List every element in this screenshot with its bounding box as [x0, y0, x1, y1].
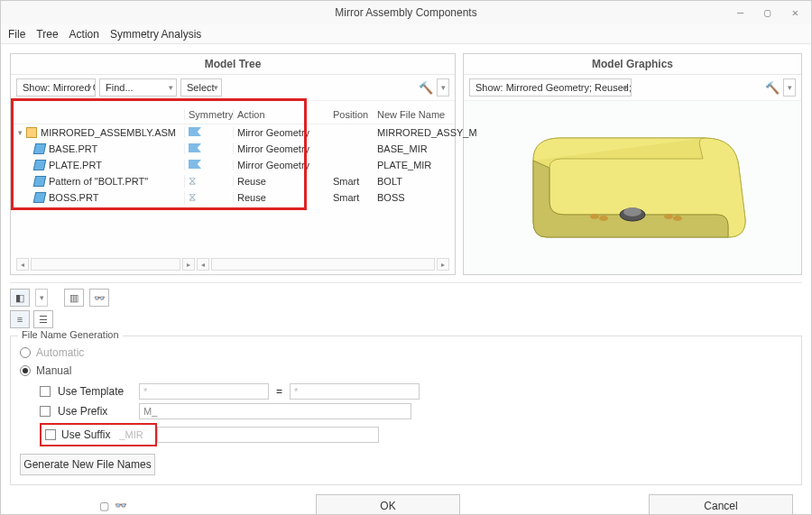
find-combo[interactable]: Find... [99, 78, 177, 97]
model-graphics-title: Model Graphics [464, 54, 801, 75]
template-right-input[interactable] [290, 383, 420, 400]
tree-body: Symmetry Action Position New File Name ▾… [11, 101, 455, 254]
model-3d-icon [497, 115, 768, 260]
svg-point-2 [590, 214, 599, 219]
tree-row[interactable]: BASE.PRT Mirror Geometry BASE_MIR [11, 141, 455, 157]
menu-bar: File Tree Action Symmetry Analysis [1, 24, 811, 44]
position-cell: Smart [328, 175, 374, 188]
equals-label: = [276, 385, 282, 398]
footer-glasses-icon[interactable]: 👓 [115, 500, 127, 512]
cancel-button[interactable]: Cancel [649, 494, 793, 515]
checkbox-use-suffix[interactable] [45, 429, 56, 440]
settings-dropdown[interactable] [437, 78, 449, 97]
use-prefix-row: Use Prefix [20, 403, 792, 419]
layout-dropdown[interactable] [35, 289, 48, 307]
assembly-icon [26, 127, 37, 138]
radio-automatic: Automatic [20, 344, 792, 362]
fng-legend: File Name Generation [18, 329, 123, 340]
footer-cube-icon[interactable]: ▢ [99, 500, 109, 512]
tree-scrollbar[interactable]: ◂ ▸ ◂ ▸ [11, 254, 455, 274]
flag-icon [189, 127, 201, 136]
svg-point-3 [599, 216, 608, 221]
newfile-cell[interactable]: BASE_MIR [374, 143, 455, 154]
settings-hammer-icon[interactable]: 🔨 [765, 80, 780, 95]
flag-icon [189, 143, 201, 152]
scroll-left-icon[interactable]: ◂ [16, 258, 29, 271]
newfile-cell[interactable]: MIRRORED_ASSY_M [374, 127, 455, 138]
view-cube-icon[interactable]: ▥ [64, 289, 84, 307]
node-name: BASE.PRT [49, 143, 97, 154]
action-cell[interactable]: Mirror Geometry [233, 160, 328, 170]
radio-manual[interactable]: Manual [20, 362, 792, 380]
part-icon [33, 160, 47, 170]
action-cell[interactable]: Reuse [233, 176, 328, 187]
part-icon [33, 176, 47, 187]
part-icon [33, 143, 47, 154]
use-template-row: Use Template = [20, 383, 792, 400]
graphics-viewport[interactable] [464, 101, 801, 274]
action-cell[interactable]: Mirror Geometry [233, 143, 328, 154]
list-mode-toolbar: ≡ ☰ [1, 307, 811, 328]
show-filter-combo[interactable]: Show: Mirrored Ge [16, 78, 96, 97]
scroll-right-icon[interactable]: ▸ [437, 258, 449, 271]
model-tree-toolbar: Show: Mirrored Ge Find... Select 🔨 [11, 75, 455, 101]
flag-icon [189, 160, 201, 169]
suffix-input-preview[interactable] [115, 427, 152, 443]
scroll-left-icon[interactable]: ◂ [197, 258, 209, 271]
triangle-collapse-icon[interactable]: ▾ [18, 128, 23, 137]
model-graphics-panel: Model Graphics Show: Mirrored Geometry; … [463, 53, 802, 275]
radio-icon[interactable] [20, 365, 31, 376]
position-cell [328, 132, 374, 133]
scroll-right-icon[interactable]: ▸ [182, 258, 195, 271]
tree-headers: Symmetry Action Position New File Name [11, 105, 455, 124]
settings-hammer-icon[interactable]: 🔨 [419, 80, 433, 95]
model-tree-title: Model Tree [11, 54, 455, 75]
divider [10, 282, 802, 283]
newfile-cell[interactable]: BOSS [374, 192, 455, 203]
radio-icon [20, 347, 31, 358]
scrollbar-track[interactable] [31, 258, 180, 271]
list-sparse-icon[interactable]: ☰ [33, 310, 53, 328]
use-prefix-label: Use Prefix [58, 405, 132, 418]
template-left-input[interactable] [139, 383, 269, 400]
prefix-input[interactable] [139, 403, 411, 419]
glasses-icon[interactable]: 👓 [89, 289, 109, 307]
scrollbar-track[interactable] [211, 258, 435, 271]
header-position[interactable]: Position [328, 108, 374, 121]
node-name: BOSS.PRT [49, 192, 98, 203]
list-dense-icon[interactable]: ≡ [10, 310, 30, 328]
ok-button[interactable]: OK [316, 494, 460, 515]
newfile-cell[interactable]: BOLT [374, 176, 455, 187]
radio-label: Automatic [36, 346, 84, 359]
action-cell[interactable]: Mirror Geometry [233, 127, 328, 138]
tree-row[interactable]: ▾MIRRORED_ASSEMBLY.ASM Mirror Geometry M… [11, 124, 455, 141]
header-newfile[interactable]: New File Name [374, 109, 455, 120]
file-name-generation-group: File Name Generation Automatic Manual Us… [10, 336, 802, 485]
graphics-show-combo[interactable]: Show: Mirrored Geometry; Reused; [469, 78, 632, 97]
tree-row[interactable]: Pattern of "BOLT.PRT" ⧖ Reuse Smart BOLT [11, 173, 455, 189]
highlight-annotation-2: Use Suffix [40, 423, 157, 446]
title-bar: Mirror Assembly Components — ▢ ✕ [1, 1, 811, 24]
layout-split-button[interactable]: ◧ [10, 289, 30, 307]
generate-new-file-names-button[interactable]: Generate New File Names [20, 454, 155, 475]
newfile-cell[interactable]: PLATE_MIR [374, 160, 455, 170]
position-cell [328, 164, 374, 166]
menu-symmetry-analysis[interactable]: Symmetry Analysis [110, 28, 201, 41]
action-cell[interactable]: Reuse [233, 192, 328, 203]
header-action[interactable]: Action [233, 109, 328, 120]
tree-row[interactable]: BOSS.PRT ⧖ Reuse Smart BOSS [11, 189, 455, 206]
hourglass-icon: ⧖ [189, 191, 198, 204]
header-symmetry[interactable]: Symmetry [184, 109, 233, 120]
checkbox-use-prefix[interactable] [40, 406, 51, 417]
select-combo[interactable]: Select [180, 78, 222, 97]
settings-dropdown[interactable] [783, 78, 796, 97]
tree-row[interactable]: PLATE.PRT Mirror Geometry PLATE_MIR [11, 157, 455, 173]
menu-action[interactable]: Action [69, 28, 99, 41]
suffix-input[interactable] [157, 427, 379, 443]
menu-file[interactable]: File [8, 28, 25, 41]
node-name: MIRRORED_ASSEMBLY.ASM [41, 127, 176, 138]
checkbox-use-template[interactable] [40, 386, 51, 397]
menu-tree[interactable]: Tree [36, 28, 58, 41]
use-template-label: Use Template [58, 385, 132, 398]
svg-point-4 [664, 214, 673, 219]
